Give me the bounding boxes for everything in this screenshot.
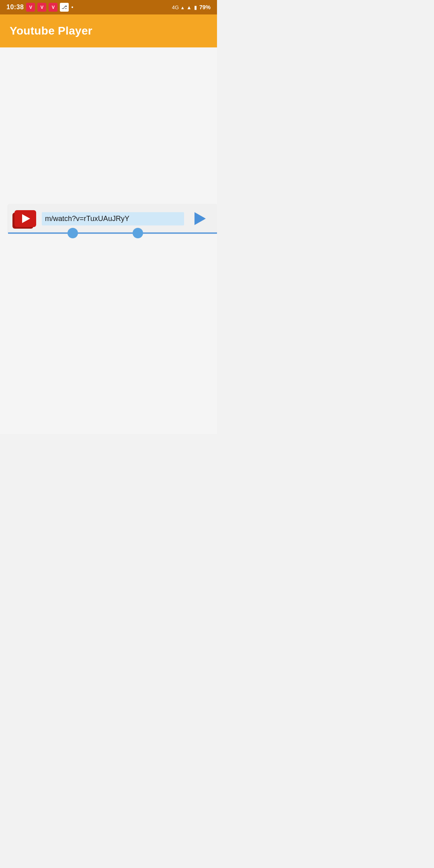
status-bar-left: 10:38 V V V ⎇ • xyxy=(6,3,73,12)
battery-percent: 79% xyxy=(199,4,211,10)
notification-icon-2: V xyxy=(37,3,46,12)
url-input[interactable] xyxy=(42,212,184,225)
battery-icon: ▮ xyxy=(194,4,197,10)
dot-icon: • xyxy=(71,4,73,10)
app-bar: Youtube Player xyxy=(0,14,217,47)
wifi-icon: ▴ xyxy=(181,4,184,10)
selection-handle-right[interactable] xyxy=(133,228,143,238)
status-bar-right: 4G ▴ ▲ ▮ 79% xyxy=(172,4,211,10)
selection-handle-left[interactable] xyxy=(68,228,78,238)
youtube-logo-icon xyxy=(14,210,36,227)
cellular-icon: ▲ xyxy=(186,4,192,10)
play-button[interactable] xyxy=(190,210,211,227)
notification-icon-1: V xyxy=(26,3,35,12)
status-time: 10:38 xyxy=(6,4,24,11)
selection-line xyxy=(8,233,217,234)
usb-icon: ⎇ xyxy=(60,3,69,12)
main-content xyxy=(0,47,217,434)
signal-4g-icon: 4G xyxy=(172,4,179,10)
play-triangle-icon xyxy=(194,212,206,225)
notification-icon-3: V xyxy=(49,3,57,12)
app-title: Youtube Player xyxy=(10,25,92,37)
text-selection-handles xyxy=(8,228,217,238)
status-bar: 10:38 V V V ⎇ • 4G ▴ ▲ ▮ 79% xyxy=(0,0,217,14)
